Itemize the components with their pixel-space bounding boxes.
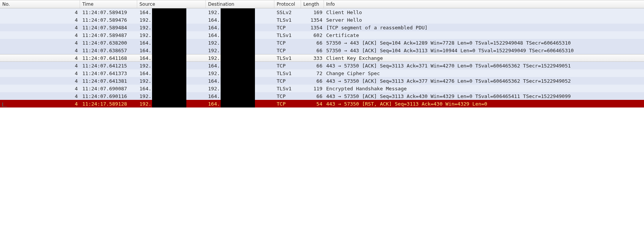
column-header-time[interactable]: Time xyxy=(80,0,137,8)
cell-info: Server Hello xyxy=(324,17,644,23)
destination-ip-prefix: 164. xyxy=(208,101,220,107)
redaction-block-icon xyxy=(221,77,255,85)
redaction-block-icon xyxy=(221,16,255,24)
table-row[interactable]: 411:24:07.638200164.192.TCP6657350 → 443… xyxy=(0,39,644,47)
destination-ip-prefix: 192. xyxy=(208,48,220,53)
cell-destination: 164. xyxy=(206,92,274,100)
destination-ip-prefix: 164. xyxy=(208,78,220,84)
cell-no: 4 xyxy=(0,32,80,38)
table-row[interactable]: 411:24:07.690087164.192.TLSv1119Encrypte… xyxy=(0,85,644,92)
column-header-destination[interactable]: Destination xyxy=(206,0,274,8)
cell-protocol: TLSv1 xyxy=(274,71,301,76)
table-row[interactable]: 411:24:07.638657164.192.TCP6657350 → 443… xyxy=(0,47,644,54)
redaction-block-icon xyxy=(221,92,255,100)
source-ip-prefix: 192. xyxy=(139,78,151,84)
cell-destination: 164. xyxy=(206,24,274,31)
cell-protocol: TCP xyxy=(274,63,301,69)
cell-no: 4 xyxy=(0,101,80,107)
cell-source: 164. xyxy=(137,39,206,47)
table-row[interactable]: 411:24:07.589484192.164.TCP1354[TCP segm… xyxy=(0,24,644,31)
cell-time: 11:24:07.589487 xyxy=(80,32,137,38)
redaction-block-icon xyxy=(221,47,255,54)
cell-protocol: TCP xyxy=(274,48,301,53)
cell-source: 164. xyxy=(137,47,206,54)
cell-source: 192. xyxy=(137,16,206,24)
column-header-source[interactable]: Source xyxy=(137,0,206,8)
cell-source: 164. xyxy=(137,8,206,16)
cell-source: 192. xyxy=(137,100,206,107)
cell-source: 164. xyxy=(137,85,206,92)
redaction-block-icon xyxy=(221,8,255,16)
cell-length: 66 xyxy=(301,40,324,46)
redaction-block-icon xyxy=(152,77,186,85)
cell-info: 443 → 57350 [ACK] Seq=3113 Ack=377 Win=4… xyxy=(324,78,644,84)
cell-time: 11:24:17.589128 xyxy=(80,101,137,107)
cell-time: 11:24:07.641215 xyxy=(80,63,137,69)
cell-destination: 192. xyxy=(206,8,274,16)
source-ip-prefix: 164. xyxy=(139,55,151,61)
cell-time: 11:24:07.638657 xyxy=(80,48,137,53)
cell-source: 164. xyxy=(137,54,206,62)
redaction-block-icon xyxy=(221,24,255,31)
cell-length: 1354 xyxy=(301,17,324,23)
cell-length: 66 xyxy=(301,63,324,69)
source-ip-prefix: 192. xyxy=(139,93,151,99)
source-ip-prefix: 164. xyxy=(139,86,151,91)
cell-info: Encrypted Handshake Message xyxy=(324,86,644,91)
cell-destination: 192. xyxy=(206,54,274,62)
cell-no: 4 xyxy=(0,10,80,15)
cell-time: 11:24:07.589484 xyxy=(80,25,137,30)
table-row[interactable]: 411:24:07.641381192.164.TCP66443 → 57350… xyxy=(0,77,644,85)
column-header-no[interactable]: No. xyxy=(0,0,80,8)
cell-destination: 192. xyxy=(206,39,274,47)
cell-source: 192. xyxy=(137,77,206,85)
column-header-info[interactable]: Info xyxy=(324,0,644,8)
packet-list-pane[interactable]: No. Time Source Destination Protocol Len… xyxy=(0,0,644,107)
column-header-protocol[interactable]: Protocol xyxy=(274,0,301,8)
destination-ip-prefix: 192. xyxy=(208,86,220,91)
destination-ip-prefix: 164. xyxy=(208,93,220,99)
destination-ip-prefix: 192. xyxy=(208,10,220,15)
cell-source: 192. xyxy=(137,92,206,100)
redaction-block-icon xyxy=(221,85,255,92)
table-row[interactable]: 411:24:07.690116192.164.TCP66443 → 57350… xyxy=(0,92,644,100)
cell-protocol: TCP xyxy=(274,93,301,99)
cell-protocol: TLSv1 xyxy=(274,86,301,91)
cell-source: 192. xyxy=(137,31,206,39)
redaction-block-icon xyxy=(152,62,186,69)
table-row[interactable]: 411:24:07.641215192.164.TCP66443 → 57350… xyxy=(0,62,644,69)
table-row[interactable]: 411:24:07.589476192.164.TLSv11354Server … xyxy=(0,16,644,24)
redaction-block-icon xyxy=(152,39,186,47)
redaction-block-icon xyxy=(221,62,255,69)
redaction-block-icon xyxy=(152,92,186,100)
cell-time: 11:24:07.641168 xyxy=(80,55,137,61)
redaction-block-icon xyxy=(152,24,186,31)
source-ip-prefix: 192. xyxy=(139,25,151,30)
table-row[interactable]: 411:24:17.589128192.164.TCP54443 → 57350… xyxy=(0,100,644,107)
cell-destination: 164. xyxy=(206,31,274,39)
source-ip-prefix: 192. xyxy=(139,101,151,107)
table-row[interactable]: 411:24:07.641373164.192.TLSv172Change Ci… xyxy=(0,69,644,77)
cell-source: 192. xyxy=(137,62,206,69)
cell-no: 4 xyxy=(0,63,80,69)
redaction-block-icon xyxy=(221,100,255,107)
table-row[interactable]: 411:24:07.589487192.164.TLSv1602Certific… xyxy=(0,31,644,39)
redaction-block-icon xyxy=(221,31,255,39)
redaction-block-icon xyxy=(152,31,186,39)
cell-protocol: TCP xyxy=(274,25,301,30)
source-ip-prefix: 192. xyxy=(139,63,151,69)
cell-time: 11:24:07.589476 xyxy=(80,17,137,23)
column-header-length[interactable]: Length xyxy=(301,0,324,8)
cell-length: 66 xyxy=(301,78,324,84)
cell-length: 66 xyxy=(301,48,324,53)
cell-info: 443 → 57350 [ACK] Seq=3113 Ack=371 Win=4… xyxy=(324,63,644,69)
table-row[interactable]: 411:24:07.589419164.192.SSLv2169Client H… xyxy=(0,8,644,16)
cell-destination: 192. xyxy=(206,69,274,77)
related-packet-marker-icon xyxy=(2,103,7,107)
cell-time: 11:24:07.690087 xyxy=(80,86,137,91)
table-row[interactable]: 411:24:07.641168164.192.TLSv1333Client K… xyxy=(0,54,644,62)
cell-no: 4 xyxy=(0,25,80,30)
packet-rows: 411:24:07.589419164.192.SSLv2169Client H… xyxy=(0,8,644,107)
cell-length: 1354 xyxy=(301,25,324,30)
source-ip-prefix: 164. xyxy=(139,40,151,46)
